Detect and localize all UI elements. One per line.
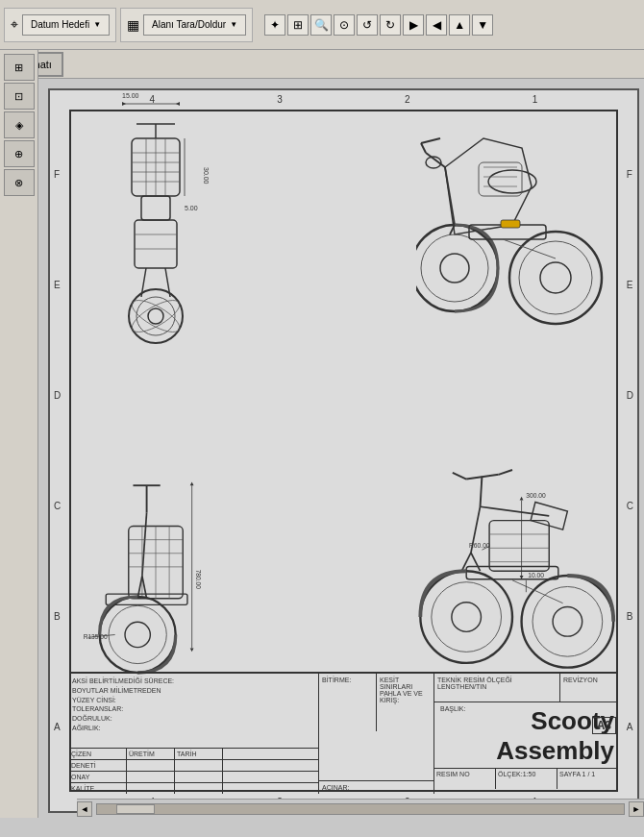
grid-empty6 [175, 772, 223, 783]
marker-left-d: D [54, 390, 61, 401]
view-topright [416, 110, 608, 350]
svg-line-29 [421, 138, 440, 143]
scooter-iso-view-bottom: R60.00 300.00 10.00 [407, 465, 618, 686]
svg-point-20 [136, 297, 175, 335]
fill-section: ▦ Alanı Tara/Doldur ▼ [120, 8, 253, 42]
svg-text:30.00: 30.00 [203, 167, 210, 185]
svg-point-31 [488, 170, 536, 193]
grid-uretim: ÜRETİM [127, 749, 175, 760]
svg-text:10.00: 10.00 [528, 572, 544, 579]
bottom-scrollbar: ◄ ► [77, 799, 644, 818]
toolbar-icon-8[interactable]: ◀ [426, 14, 447, 36]
view-bottomright: R60.00 300.00 10.00 [407, 465, 618, 686]
toolbar-row2: Formatı [0, 50, 644, 79]
scroll-track[interactable] [96, 803, 625, 815]
svg-point-35 [440, 254, 469, 283]
title-block: AKSİ BELİRTİLMEDİĞİ SÜRECE: BOYUTLAR MİL… [69, 672, 618, 792]
svg-line-69 [499, 470, 512, 475]
toolbar-icon-5[interactable]: ↺ [357, 14, 378, 36]
sidebar-btn-3[interactable]: ◈ [4, 111, 35, 138]
svg-rect-14 [135, 220, 177, 268]
svg-point-38 [540, 262, 571, 293]
mid-kesit: KESİT SINIRLARIPAHLA VE VEKİRİŞ: [376, 674, 433, 731]
scroll-right-button[interactable]: ► [629, 801, 644, 817]
marker-left-a: A [54, 722, 61, 732]
svg-text:300.00: 300.00 [526, 492, 546, 499]
title-block-mid: BİTİRME: KESİT SINIRLARIPAHLA VE VEKİRİŞ… [319, 674, 434, 794]
marker-right-e: E [627, 280, 633, 290]
teknik-label: TEKNİK RESİM ÖLÇEĞİ LENGTHEN/TIN [434, 674, 560, 702]
dim-15: 15.00 [122, 92, 180, 109]
fill-arrow-icon: ▼ [230, 20, 237, 29]
datum-label: Datum Hedefi [31, 19, 89, 30]
svg-text:5.00: 5.00 [185, 205, 198, 211]
datum-icon: ⌖ [11, 16, 18, 33]
svg-line-27 [426, 153, 445, 167]
marker-left-b: B [54, 611, 61, 622]
title-main-area: Scooty Assembly A3 [434, 715, 618, 768]
sheet-size-label: A3 [592, 717, 616, 734]
svg-point-84 [553, 607, 582, 637]
svg-point-21 [148, 308, 163, 324]
revizyon-label: REVİZYON [560, 674, 618, 702]
scooter-front-view: 30.00 5.00 [98, 110, 213, 359]
title-block-right: TEKNİK RESİM ÖLÇEĞİ LENGTHEN/TIN REVİZYO… [434, 674, 618, 794]
sidebar-btn-5[interactable]: ⊗ [4, 169, 35, 196]
svg-line-55 [137, 576, 142, 599]
grid-empty1 [223, 749, 319, 760]
svg-line-68 [453, 473, 466, 480]
svg-point-58 [109, 605, 166, 663]
left-sidebar: ⊞ ⊡ ◈ ⊕ ⊗ [0, 50, 38, 818]
svg-point-83 [533, 586, 603, 656]
svg-line-85 [512, 580, 563, 603]
grid-empty3 [175, 760, 223, 772]
toolbar-icon-10[interactable]: ▼ [472, 14, 493, 36]
grid-tarih: TARİH [175, 749, 223, 760]
fill-dropdown[interactable]: Alanı Tara/Doldur ▼ [143, 14, 246, 36]
grid-kalite: KALİTE [69, 783, 127, 794]
svg-line-56 [142, 576, 147, 599]
assembly-title: Scooty Assembly [438, 706, 614, 766]
datum-arrow-icon: ▼ [93, 20, 101, 29]
svg-marker-61 [190, 481, 194, 485]
scale-value: ÖLÇEK:1:50 [496, 769, 557, 789]
sidebar-btn-2[interactable]: ⊡ [4, 83, 35, 110]
marker-right-a: A [627, 722, 633, 732]
svg-point-34 [421, 234, 488, 302]
grid-empty5 [127, 772, 175, 783]
marker-left-c: C [54, 501, 61, 511]
marker-top-1: 1 [533, 94, 538, 105]
svg-line-46 [142, 512, 147, 576]
svg-line-28 [421, 143, 426, 153]
svg-marker-90 [520, 497, 524, 501]
svg-rect-13 [141, 196, 170, 220]
marker-top-2: 2 [405, 94, 410, 105]
fill-label: Alanı Tara/Doldur [152, 19, 226, 30]
toolbar-icon-2[interactable]: ⊞ [287, 14, 309, 36]
sidebar-btn-4[interactable]: ⊕ [4, 140, 35, 167]
icon-toolbar: ✦ ⊞ 🔍 ⊙ ↺ ↻ ▶ ◀ ▲ ▼ [264, 14, 493, 36]
scooter-side-view: 780.00 R135.00 [79, 475, 233, 686]
sidebar-btn-1[interactable]: ⊞ [4, 54, 35, 81]
marker-right-f: F [627, 169, 633, 180]
svg-point-80 [432, 582, 502, 652]
drawing-sheet: 4 3 2 1 4 3 2 1 F E D C B A F E D C B A [48, 88, 639, 813]
toolbar-icon-3[interactable]: 🔍 [310, 14, 332, 36]
scroll-thumb[interactable] [116, 804, 155, 814]
toolbar-icon-7[interactable]: ▶ [403, 14, 424, 36]
grid-empty2 [127, 760, 175, 772]
toolbar-icon-1[interactable]: ✦ [264, 14, 285, 36]
grid-empty9 [223, 783, 319, 794]
grid-empty4 [223, 760, 319, 772]
scroll-left-button[interactable]: ◄ [77, 801, 92, 817]
svg-point-37 [519, 241, 592, 314]
toolbar-icon-4[interactable]: ⊙ [334, 14, 355, 36]
datum-dropdown[interactable]: Datum Hedefi ▼ [22, 14, 110, 36]
fill-icon: ▦ [127, 17, 139, 33]
grid-empty7 [223, 772, 319, 783]
toolbar-icon-9[interactable]: ▲ [449, 14, 470, 36]
toolbar-icon-6[interactable]: ↻ [380, 14, 401, 36]
scooter-iso-view-top [416, 110, 608, 350]
mid-acinar: AÇINAR: [319, 780, 433, 794]
svg-text:R60.00: R60.00 [469, 542, 490, 549]
